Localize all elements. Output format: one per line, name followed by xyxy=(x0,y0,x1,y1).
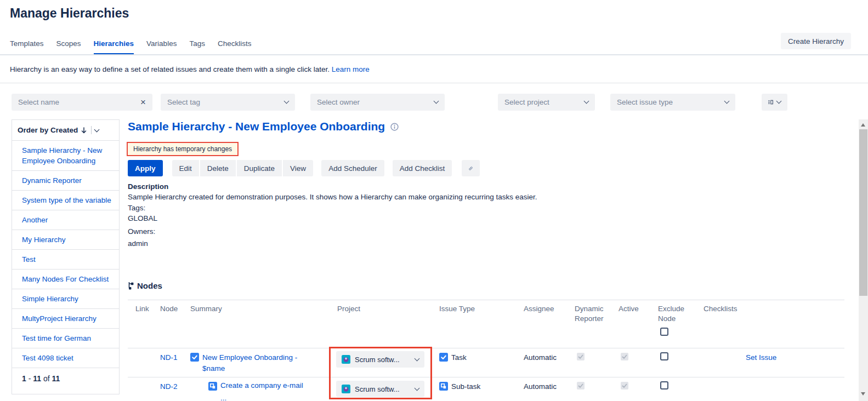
add-checklist-button[interactable]: Add Checklist xyxy=(393,160,452,176)
divider xyxy=(91,126,92,134)
node-summary-link[interactable]: New Employee Onboarding - $name xyxy=(202,352,322,374)
issue-type-value: Task xyxy=(451,353,467,362)
project-select[interactable]: Scrum softw... xyxy=(336,351,424,368)
issue-type-filter-placeholder: Select issue type xyxy=(617,98,725,106)
sidebar-item-hierarchy[interactable]: My Hierarchy xyxy=(12,230,119,250)
project-avatar xyxy=(342,355,350,364)
tab-scopes[interactable]: Scopes xyxy=(56,39,81,55)
apply-button[interactable]: Apply xyxy=(128,160,163,176)
col-header-checklists: Checklists xyxy=(704,304,737,314)
nodes-title-text: Nodes xyxy=(137,281,162,290)
task-icon xyxy=(439,353,448,362)
hierarchy-title: Sample Hierarchy - New Employee Onboardi… xyxy=(128,120,385,133)
tab-variables[interactable]: Variables xyxy=(146,39,177,55)
sidebar-item-hierarchy[interactable]: Test 4098 ticket xyxy=(12,348,119,368)
edit-button[interactable]: Edit xyxy=(172,160,199,176)
sidebar-item-hierarchy[interactable]: Test time for German xyxy=(12,329,119,348)
active-checkbox xyxy=(621,353,628,360)
sidebar-item-hierarchy[interactable]: Another xyxy=(12,210,119,230)
list-layout-icon xyxy=(768,99,773,106)
pagination-total: 11 xyxy=(52,374,60,383)
scrollbar-thumb[interactable] xyxy=(859,129,867,296)
pagination-from: 1 xyxy=(22,374,26,383)
duplicate-button[interactable]: Duplicate xyxy=(237,160,282,176)
dynamic-reporter-checkbox xyxy=(577,353,585,360)
tag-filter-select[interactable]: Select tag xyxy=(161,94,295,111)
sidebar-item-hierarchy[interactable]: MultyProject Hierarchy xyxy=(12,309,119,329)
exclude-all-checkbox[interactable] xyxy=(660,328,668,336)
project-select-value: Scrum softw... xyxy=(355,356,411,364)
sidebar-item-hierarchy[interactable]: System type of the variable xyxy=(12,191,119,210)
chevron-down-icon[interactable] xyxy=(94,127,100,132)
tags-value: GLOBAL xyxy=(128,214,157,222)
assignee-value: Automatic xyxy=(524,382,557,391)
scrollbar-down-arrow[interactable] xyxy=(861,392,865,396)
chevron-down-icon xyxy=(584,99,589,104)
add-scheduler-button[interactable]: Add Scheduler xyxy=(321,160,384,176)
tab-hierarchies[interactable]: Hierarchies xyxy=(94,39,134,55)
col-header-active: Active xyxy=(619,304,639,314)
sidebar-item-hierarchy[interactable]: Test xyxy=(12,250,119,270)
pagination-to: 11 xyxy=(33,374,41,383)
tag-filter-placeholder: Select tag xyxy=(167,98,285,106)
view-button[interactable]: View xyxy=(283,160,313,176)
view-layout-toggle-button[interactable] xyxy=(762,94,787,111)
project-filter-placeholder: Select project xyxy=(504,98,585,106)
learn-more-link[interactable]: Learn more xyxy=(332,65,370,73)
info-icon[interactable] xyxy=(390,123,399,131)
tab-templates[interactable]: Templates xyxy=(10,39,44,55)
action-button-group: Edit Delete Duplicate View xyxy=(172,160,314,176)
node-summary-link[interactable]: Create a company e-mail xyxy=(220,381,340,389)
project-select[interactable]: Scrum softw... xyxy=(336,381,424,397)
issue-type-filter-select[interactable]: Select issue type xyxy=(610,94,735,111)
hierarchy-list-sidebar: Order by Created Sample Hierarchy - New … xyxy=(12,119,120,394)
sidebar-item-hierarchy[interactable]: Sample Hierarchy - New Employee Onboardi… xyxy=(12,141,119,171)
order-by-control[interactable]: Order by Created xyxy=(12,120,119,141)
check-icon xyxy=(578,354,583,359)
create-hierarchy-button[interactable]: Create Hierarchy xyxy=(781,33,851,49)
table-border xyxy=(128,377,844,377)
project-filter-select[interactable]: Select project xyxy=(498,94,595,111)
col-header-exclude-node: Exclude Node xyxy=(658,304,693,324)
sidebar-item-hierarchy[interactable]: Many Nodes For Checklist xyxy=(12,270,119,289)
sidebar-item-hierarchy[interactable]: Simple Hierarchy xyxy=(12,289,119,309)
name-filter-input[interactable] xyxy=(18,98,140,106)
node-id-link[interactable]: ND-1 xyxy=(160,353,178,362)
col-header-node: Node xyxy=(160,304,178,314)
subtask-icon xyxy=(439,382,448,391)
scrollbar-up-arrow[interactable] xyxy=(861,123,865,127)
chevron-down-icon xyxy=(415,356,420,361)
col-header-dynamic-reporter: Dynamic Reporter xyxy=(575,304,614,324)
tab-checklists[interactable]: Checklists xyxy=(218,39,252,55)
active-checkbox xyxy=(621,382,628,389)
hierarchy-title-row: Sample Hierarchy - New Employee Onboardi… xyxy=(128,120,399,133)
tab-tags[interactable]: Tags xyxy=(189,39,205,55)
set-issue-link[interactable]: Set Issue xyxy=(746,353,776,362)
order-by-label: Order by Created xyxy=(18,126,78,134)
check-icon xyxy=(622,354,627,359)
chevron-down-icon xyxy=(724,99,730,104)
name-filter-input-wrap: × xyxy=(12,94,152,111)
exclude-node-checkbox[interactable] xyxy=(660,381,668,389)
dynamic-reporter-checkbox xyxy=(577,382,585,389)
tabs-divider xyxy=(0,54,868,55)
node-id-link[interactable]: ND-2 xyxy=(160,382,178,391)
node-summary-overflow[interactable]: ... xyxy=(220,394,226,401)
owners-value: admin xyxy=(128,239,148,248)
project-select-value: Scrum softw... xyxy=(355,385,411,393)
clear-icon[interactable]: × xyxy=(140,98,146,107)
table-border xyxy=(128,300,844,300)
filters-divider xyxy=(0,83,868,83)
intro-sentence: Hierarchy is an easy way to define a set… xyxy=(10,65,330,73)
sidebar-item-hierarchy[interactable]: Dynamic Reporter xyxy=(12,171,119,191)
delete-button[interactable]: Delete xyxy=(200,160,236,176)
col-header-link: Link xyxy=(135,304,149,314)
assignee-value: Automatic xyxy=(524,353,557,362)
action-button-row: Apply Edit Delete Duplicate View Add Sch… xyxy=(128,160,480,176)
chevron-down-icon xyxy=(415,385,420,391)
owner-filter-select[interactable]: Select owner xyxy=(310,94,445,111)
exclude-node-checkbox[interactable] xyxy=(660,352,668,360)
col-header-assignee: Assignee xyxy=(524,304,554,314)
copy-link-button[interactable] xyxy=(462,160,480,176)
chevron-down-icon xyxy=(284,99,290,104)
